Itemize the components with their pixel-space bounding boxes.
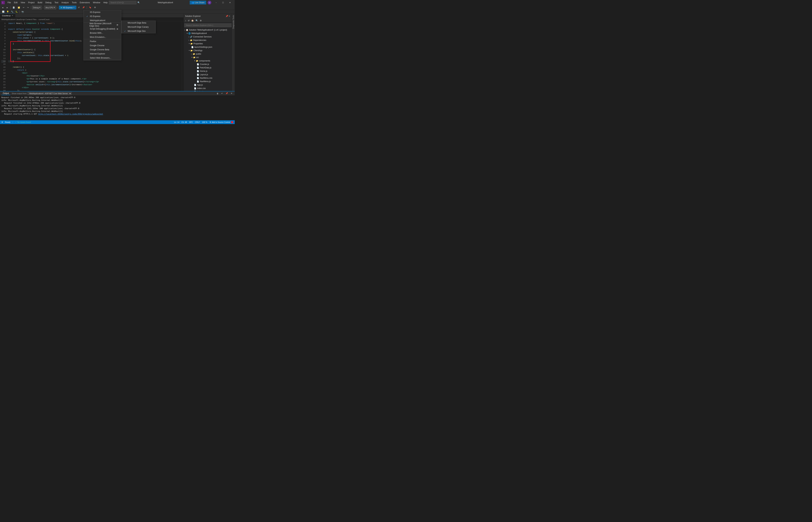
tree-connected-services[interactable]: ▷ 🔗 Connected Services xyxy=(184,35,231,39)
menu-project[interactable]: Project xyxy=(27,1,36,4)
edge-beta-item[interactable]: Microsoft Edge Beta xyxy=(121,21,156,25)
se-close-icon[interactable]: ✕ xyxy=(228,15,230,17)
se-settings-icon[interactable]: ⚙ xyxy=(199,19,202,22)
status-separator: | xyxy=(13,121,13,123)
refresh-button[interactable]: ↺ xyxy=(77,6,81,9)
source-control-button[interactable]: ⬆ Add to Source Control 1 xyxy=(209,121,233,123)
maximize-button[interactable]: ☐ xyxy=(220,0,226,5)
save-all-button[interactable]: 🗂️ xyxy=(17,6,21,9)
tree-index-js[interactable]: 📄 index.js xyxy=(184,90,231,91)
webapp4-item[interactable]: WebApplication4 xyxy=(84,18,121,22)
tree-app-js[interactable]: 📄 App.js xyxy=(184,83,231,86)
run-target-label: IIS Express xyxy=(63,6,73,8)
tree-public[interactable]: ▷ 📁 public xyxy=(184,52,231,56)
tree-components[interactable]: ▼ 📁 components xyxy=(184,59,231,63)
web-browser-item[interactable]: Web Browser (Microsoft Edge Dev) ▶ xyxy=(84,23,121,27)
se-refresh-icon[interactable]: ↺ xyxy=(187,19,190,22)
tree-launch-settings[interactable]: 📄 launchSettings.json xyxy=(184,45,231,49)
ie-item[interactable]: Internet Explorer xyxy=(84,52,121,56)
se-filter-icon[interactable]: 🔍 xyxy=(195,19,199,22)
save-button[interactable]: 💾 xyxy=(12,6,16,9)
title-search-input[interactable] xyxy=(109,1,137,4)
output-link[interactable]: http://localhost:44362/sockjs-node/858/g… xyxy=(38,113,103,115)
redo-button[interactable]: ↪ xyxy=(26,6,30,9)
output-word-wrap-btn[interactable]: ↵ xyxy=(220,92,224,95)
wb-arrow: ▶ xyxy=(117,23,118,26)
mem-icon[interactable]: 💡 xyxy=(6,10,9,13)
tree-layout-js[interactable]: 📄 Layout.js xyxy=(184,73,231,76)
chrome-item[interactable]: Google Chrome xyxy=(84,43,121,47)
menu-file[interactable]: File xyxy=(6,1,12,4)
more-emulators-item[interactable]: More Emulators... xyxy=(84,35,121,39)
tools-button[interactable]: ⚙ xyxy=(93,6,97,9)
menu-analyze[interactable]: Analyze xyxy=(60,1,70,4)
debug-config-dropdown[interactable]: Debug ▾ xyxy=(32,6,42,9)
tree-project[interactable]: ▼ 🌐 WebApplication4 xyxy=(184,32,231,35)
menu-debug[interactable]: Debug xyxy=(44,1,53,4)
output-line-3: Request finished in 2152.8786ms 200 appl… xyxy=(1,102,233,104)
play-icon: ▶ xyxy=(61,6,62,8)
perf-icon[interactable]: 📊 xyxy=(1,10,5,13)
close-button[interactable]: ✕ xyxy=(226,0,233,5)
menu-help[interactable]: Help xyxy=(102,1,109,4)
bookmark-button[interactable]: 🔖 xyxy=(88,6,93,9)
tree-home-js[interactable]: 📄 Home.js xyxy=(184,69,231,73)
tab-close-icon[interactable]: ✕ xyxy=(12,15,13,17)
spaces-info: SPC xyxy=(189,121,193,123)
edge-dev-item[interactable]: ✓ Microsoft Edge Dev xyxy=(121,29,156,33)
output-close-btn[interactable]: ✕ xyxy=(230,92,233,95)
iis-express-item-2[interactable]: ✓ IIS Express xyxy=(84,14,121,18)
browse-with-item[interactable]: Browse With... xyxy=(84,31,121,35)
solution-explorer-search[interactable] xyxy=(184,23,232,27)
output-tab[interactable]: Output xyxy=(1,92,10,95)
output-pin-btn[interactable]: 📌 xyxy=(225,92,229,95)
chrome-label: Google Chrome xyxy=(90,44,104,47)
menu-view[interactable]: View xyxy=(19,1,26,4)
firefox-item[interactable]: Firefox xyxy=(84,39,121,43)
tab-counter-js[interactable]: Counter.js ✕ xyxy=(0,14,15,17)
clientapp-icon: 📁 xyxy=(190,49,193,52)
edge-canary-item[interactable]: Microsoft Edge Canary xyxy=(121,25,156,29)
iis-express-dropdown-menu: IIS Express ✓ IIS Express WebApplication… xyxy=(83,10,121,60)
diagnostic-tools-label[interactable]: Diagnostic Tools xyxy=(232,15,235,29)
iis-express-item-1[interactable]: IIS Express xyxy=(84,10,121,14)
attach-button[interactable]: 📌 xyxy=(81,6,86,9)
connected-services-label: Connected Services xyxy=(193,36,211,38)
tree-navmenu-css[interactable]: 📄 NavMenu.css xyxy=(184,76,231,80)
select-web-browsers-item[interactable]: Select Web Browsers... xyxy=(84,56,121,60)
undo-button[interactable]: ↩ xyxy=(22,6,25,9)
tree-navmenu-js[interactable]: 📄 NavMenu.js xyxy=(184,80,231,83)
swb-label: Select Web Browsers... xyxy=(90,57,111,59)
minimize-button[interactable]: − xyxy=(213,0,220,5)
menu-extensions[interactable]: Extensions xyxy=(78,1,91,4)
menu-tools[interactable]: Tools xyxy=(70,1,78,4)
menu-build[interactable]: Build xyxy=(36,1,44,4)
tree-src[interactable]: ▼ 📁 src xyxy=(184,56,231,59)
live-share-button[interactable]: 👥 Live Share xyxy=(190,1,206,4)
platform-dropdown[interactable]: Any CPU ▾ xyxy=(44,6,56,9)
tree-counter-js[interactable]: 📄 Counter.js xyxy=(184,63,231,66)
script-debug-item[interactable]: Script Debugging (Enabled) ▶ xyxy=(84,27,121,31)
tree-index-css[interactable]: 📄 index.css xyxy=(184,86,231,90)
se-home-icon[interactable]: 🏠 xyxy=(190,19,195,22)
tree-clientapp[interactable]: ▼ 📁 ClientApp xyxy=(184,49,231,52)
menu-test[interactable]: Test xyxy=(53,1,60,4)
tree-solution[interactable]: ▷ 📋 Solution 'WebApplication4' (1 of 1 p… xyxy=(184,28,231,32)
output-source-dropdown[interactable]: WebApplication4 - ASP.NET Core Web Serve… xyxy=(28,92,72,95)
output-clear-btn[interactable]: 🗑 xyxy=(216,92,220,95)
tree-dependencies[interactable]: ▷ 📁 Dependencies xyxy=(184,39,231,42)
menu-window[interactable]: Window xyxy=(92,1,102,4)
tree-properties[interactable]: ▼ 📁 Properties xyxy=(184,42,231,45)
back-button[interactable]: ◄ xyxy=(1,6,5,9)
menu-edit[interactable]: Edit xyxy=(13,1,19,4)
chrome-beta-item[interactable]: Google Chrome Beta xyxy=(84,47,121,52)
cpu-icon[interactable]: 🔧 xyxy=(10,10,14,13)
snap-icon[interactable]: 📷 xyxy=(21,10,24,13)
se-sync-icon[interactable]: ↕ xyxy=(184,19,187,22)
tree-fetchdata-js[interactable]: 📄 FetchData.js xyxy=(184,66,231,69)
run-button[interactable]: ▶ IIS Express ▾ xyxy=(59,6,76,9)
forward-button[interactable]: ► xyxy=(5,6,9,9)
dbg-icon[interactable]: 🐛 xyxy=(15,10,19,13)
solution-arrow: ▷ xyxy=(184,29,186,31)
se-pin-icon[interactable]: 📌 xyxy=(226,15,228,17)
